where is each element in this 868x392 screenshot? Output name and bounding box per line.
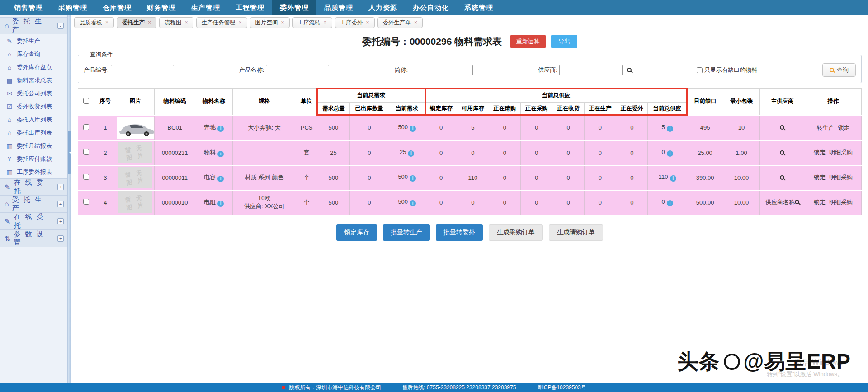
batch-to-production-button[interactable]: 批量转生产 [383, 224, 430, 241]
lock-link[interactable]: 锁定 [838, 124, 850, 131]
detail-purchase-link[interactable]: 明细采购 [829, 174, 853, 181]
nav-hr[interactable]: 人力资源 [361, 0, 405, 15]
nav-outsourcing[interactable]: 委外管理 [272, 0, 316, 15]
watermark-suffix: @易呈ERP [744, 348, 851, 376]
expand-toggle-icon[interactable]: + [57, 201, 64, 207]
tab-image-space[interactable]: 图片空间 [250, 17, 290, 28]
close-icon[interactable] [414, 19, 417, 26]
info-icon[interactable] [217, 176, 224, 182]
nav-oa[interactable]: 办公自动化 [405, 0, 457, 15]
col-name: 物料名称 [195, 89, 232, 115]
info-icon[interactable] [217, 126, 224, 132]
recalculate-button[interactable]: 重新运算 [510, 35, 546, 48]
info-icon[interactable] [667, 126, 673, 132]
sidebar-item-process-outsource-report[interactable]: ▥ 工序委外报表 [0, 165, 67, 178]
nav-finance[interactable]: 财务管理 [139, 0, 184, 15]
nav-warehouse[interactable]: 仓库管理 [95, 0, 139, 15]
tab-process-outsource[interactable]: 工序委外 [335, 17, 375, 28]
sidebar-section-trustee-production[interactable]: ⌂ 受 托 生 产 + [0, 196, 67, 213]
product-code-input[interactable] [111, 65, 174, 75]
sidebar-item-entrust-outbound[interactable]: ⌂ 委托出库列表 [0, 126, 67, 139]
tab-production-tasks[interactable]: 生产任务管理 [196, 17, 247, 28]
lock-link[interactable]: 锁定 [814, 199, 826, 205]
info-icon[interactable] [410, 200, 416, 206]
collapse-toggle-icon[interactable]: - [57, 23, 64, 29]
only-gap-checkbox[interactable] [697, 67, 703, 73]
sidebar-item-entrust-production[interactable]: ✎ 委托生产 [0, 34, 67, 47]
sidebar-item-stock-query[interactable]: ⌂ 库存查询 [0, 47, 67, 61]
search-button[interactable]: 查询 [822, 63, 856, 77]
info-icon[interactable] [667, 200, 673, 206]
nav-production[interactable]: 生产管理 [184, 0, 228, 15]
close-icon[interactable] [239, 19, 242, 26]
generate-request-order-button[interactable]: 生成请购订单 [549, 224, 603, 241]
batch-to-outsource-button[interactable]: 批量转委外 [436, 224, 483, 241]
page-title: 委托编号：00000296 物料需求表 [362, 36, 502, 47]
short-name-input[interactable] [410, 65, 473, 75]
product-name-input[interactable] [266, 65, 329, 75]
row-checkbox[interactable] [83, 174, 89, 180]
info-icon[interactable] [410, 175, 416, 182]
row-checkbox[interactable] [83, 149, 89, 155]
supplier-lookup-icon[interactable] [780, 150, 784, 155]
sidebar-item-trustee-companies[interactable]: ✉ 受托公司列表 [0, 87, 67, 100]
lock-link[interactable]: 锁定 [814, 174, 826, 181]
sidebar-item-outsource-stocktake[interactable]: ⌂ 委外库存盘点 [0, 61, 67, 74]
close-icon[interactable] [281, 19, 284, 26]
detail-purchase-link[interactable]: 明细采购 [829, 199, 853, 205]
supplier-search-icon[interactable] [627, 68, 632, 72]
group-current-supply: 当前总供应 [425, 89, 687, 103]
supplier-input[interactable] [559, 65, 623, 75]
tab-entrust-production[interactable]: 委托生产 [117, 17, 156, 28]
nav-sales[interactable]: 销售管理 [6, 0, 51, 15]
tab-process-flow[interactable]: 工序流转 [292, 17, 332, 28]
info-icon[interactable] [410, 126, 416, 132]
row-checkbox[interactable] [83, 124, 89, 130]
info-icon[interactable] [667, 150, 673, 157]
tab-flow-chart[interactable]: 流程图 [159, 17, 193, 28]
info-icon[interactable] [217, 201, 224, 207]
row-checkbox[interactable] [83, 199, 89, 205]
nav-system[interactable]: 系统管理 [457, 0, 501, 15]
close-icon[interactable] [148, 19, 151, 26]
tab-quality-board[interactable]: 品质看板 [74, 17, 114, 28]
product-image[interactable] [117, 117, 157, 139]
select-all-checkbox[interactable] [83, 98, 89, 104]
nav-engineering[interactable]: 工程管理 [228, 0, 272, 15]
sidebar-item-outsource-receipts[interactable]: ☑ 委外收货列表 [0, 100, 67, 113]
expand-toggle-icon[interactable]: + [57, 184, 64, 190]
sidebar-item-material-demand[interactable]: ▤ 物料需求总表 [0, 74, 67, 87]
name-cell: 电阻 [195, 190, 232, 215]
sidebar-section-entrust-production[interactable]: ⌂ 委 托 生 产 - [0, 17, 67, 34]
sidebar-section-online-entrust[interactable]: ✎ 在 线 委 托 + [0, 178, 67, 196]
generate-purchase-order-button[interactable]: 生成采购订单 [489, 224, 543, 241]
nav-purchase[interactable]: 采购管理 [51, 0, 95, 15]
supplier-lookup-icon[interactable] [780, 125, 784, 130]
sidebar-item-monthly-report[interactable]: ▥ 委托月结报表 [0, 139, 67, 152]
expand-toggle-icon[interactable]: + [57, 218, 64, 224]
main-supplier-cell [760, 165, 805, 190]
info-icon[interactable] [217, 151, 224, 157]
supplier-lookup-icon[interactable] [780, 175, 784, 180]
sidebar-section-parameters[interactable]: ⇅ 参 数 设 置 + [0, 230, 67, 247]
close-icon[interactable] [185, 19, 188, 26]
close-icon[interactable] [366, 19, 369, 26]
sidebar-section-online-trustee[interactable]: ✎ 在 线 受 托 + [0, 213, 67, 230]
close-icon[interactable] [324, 19, 327, 26]
export-button[interactable]: 导出 [551, 35, 577, 48]
info-icon[interactable] [408, 150, 414, 157]
sidebar-item-payables[interactable]: ¥ 委托应付账款 [0, 152, 67, 165]
lock-link[interactable]: 锁定 [814, 149, 826, 156]
supplier-lookup-icon[interactable] [795, 200, 799, 204]
close-icon[interactable] [105, 19, 108, 26]
info-icon[interactable] [670, 175, 676, 182]
gap-cell: 495 [687, 115, 723, 140]
expand-toggle-icon[interactable]: + [57, 235, 64, 242]
tab-outsource-order[interactable]: 委外生产单 [377, 17, 423, 28]
nav-quality[interactable]: 品质管理 [316, 0, 361, 15]
in-purchase-cell: 0 [521, 115, 552, 140]
lock-stock-button[interactable]: 锁定库存 [336, 224, 377, 241]
sidebar-item-entrust-inbound[interactable]: ⌂ 委托入库列表 [0, 113, 67, 126]
to-production-link[interactable]: 转生产 [817, 124, 835, 131]
detail-purchase-link[interactable]: 明细采购 [829, 149, 853, 156]
